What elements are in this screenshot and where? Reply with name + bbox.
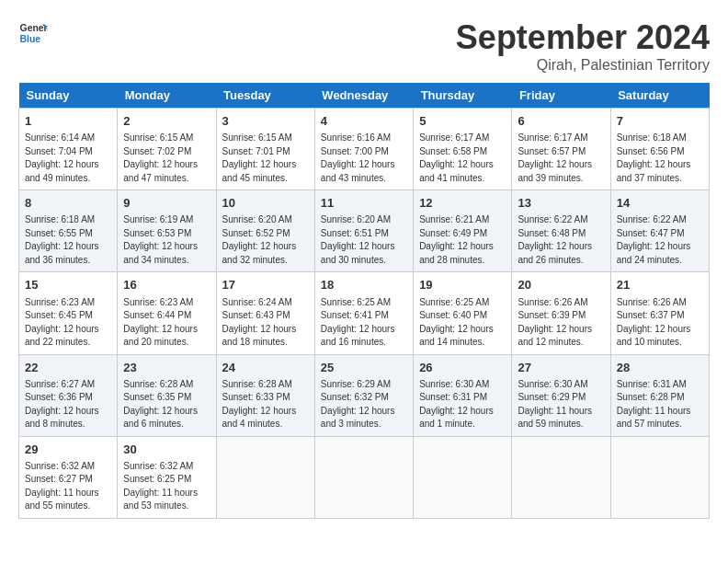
weekday-header-sunday: Sunday — [19, 83, 118, 109]
day-info: Sunrise: 6:32 AM Sunset: 6:27 PM Dayligh… — [25, 460, 111, 513]
day-number: 10 — [222, 195, 309, 212]
calendar-cell: 23Sunrise: 6:28 AM Sunset: 6:35 PM Dayli… — [118, 354, 216, 436]
calendar-week-row: 15Sunrise: 6:23 AM Sunset: 6:45 PM Dayli… — [19, 272, 710, 354]
svg-text:Blue: Blue — [20, 34, 41, 44]
calendar-cell: 17Sunrise: 6:24 AM Sunset: 6:43 PM Dayli… — [216, 272, 314, 354]
day-info: Sunrise: 6:31 AM Sunset: 6:28 PM Dayligh… — [617, 378, 703, 431]
day-number: 25 — [321, 360, 407, 376]
calendar-cell: 3Sunrise: 6:15 AM Sunset: 7:01 PM Daylig… — [216, 109, 314, 190]
calendar-cell: 14Sunrise: 6:22 AM Sunset: 6:47 PM Dayli… — [610, 190, 709, 272]
day-info: Sunrise: 6:15 AM Sunset: 7:01 PM Dayligh… — [222, 132, 309, 185]
calendar-cell: 18Sunrise: 6:25 AM Sunset: 6:41 PM Dayli… — [314, 272, 413, 354]
calendar-week-row: 1Sunrise: 6:14 AM Sunset: 7:04 PM Daylig… — [19, 109, 710, 190]
weekday-header-tuesday: Tuesday — [216, 83, 314, 109]
day-info: Sunrise: 6:26 AM Sunset: 6:37 PM Dayligh… — [617, 296, 703, 350]
day-number: 13 — [518, 195, 604, 212]
day-number: 12 — [419, 195, 506, 212]
day-info: Sunrise: 6:23 AM Sunset: 6:44 PM Dayligh… — [123, 296, 210, 350]
day-number: 15 — [25, 277, 111, 293]
day-number: 16 — [123, 277, 210, 293]
day-number: 30 — [123, 442, 210, 458]
day-number: 2 — [123, 113, 210, 130]
day-info: Sunrise: 6:23 AM Sunset: 6:45 PM Dayligh… — [25, 296, 111, 350]
calendar-cell: 22Sunrise: 6:27 AM Sunset: 6:36 PM Dayli… — [19, 354, 118, 436]
day-info: Sunrise: 6:27 AM Sunset: 6:36 PM Dayligh… — [25, 378, 111, 431]
day-info: Sunrise: 6:17 AM Sunset: 6:57 PM Dayligh… — [518, 132, 604, 185]
day-info: Sunrise: 6:15 AM Sunset: 7:02 PM Dayligh… — [123, 132, 210, 185]
logo: General Blue — [18, 18, 48, 48]
day-number: 6 — [518, 113, 604, 130]
weekday-header-monday: Monday — [118, 83, 216, 109]
weekday-header-thursday: Thursday — [414, 83, 512, 109]
calendar-cell: 28Sunrise: 6:31 AM Sunset: 6:28 PM Dayli… — [610, 354, 709, 436]
calendar-cell: 21Sunrise: 6:26 AM Sunset: 6:37 PM Dayli… — [610, 272, 709, 354]
calendar-cell — [414, 436, 512, 518]
weekday-header-saturday: Saturday — [610, 83, 709, 109]
day-number: 4 — [321, 113, 407, 130]
calendar-table: SundayMondayTuesdayWednesdayThursdayFrid… — [18, 83, 710, 519]
day-number: 9 — [123, 195, 210, 212]
calendar-cell — [216, 436, 314, 518]
weekday-header-wednesday: Wednesday — [314, 83, 413, 109]
day-info: Sunrise: 6:25 AM Sunset: 6:41 PM Dayligh… — [321, 296, 407, 350]
day-info: Sunrise: 6:30 AM Sunset: 6:31 PM Dayligh… — [419, 378, 506, 431]
day-info: Sunrise: 6:26 AM Sunset: 6:39 PM Dayligh… — [518, 296, 604, 350]
calendar-cell: 8Sunrise: 6:18 AM Sunset: 6:55 PM Daylig… — [19, 190, 118, 272]
calendar-cell: 27Sunrise: 6:30 AM Sunset: 6:29 PM Dayli… — [512, 354, 610, 436]
title-block: September 2024 Qirah, Palestinian Territ… — [456, 18, 710, 74]
day-info: Sunrise: 6:22 AM Sunset: 6:48 PM Dayligh… — [518, 213, 604, 267]
calendar-cell: 25Sunrise: 6:29 AM Sunset: 6:32 PM Dayli… — [314, 354, 413, 436]
calendar-cell: 6Sunrise: 6:17 AM Sunset: 6:57 PM Daylig… — [512, 109, 610, 190]
logo-icon: General Blue — [18, 18, 48, 48]
day-info: Sunrise: 6:25 AM Sunset: 6:40 PM Dayligh… — [419, 296, 506, 350]
day-number: 19 — [419, 277, 506, 293]
day-number: 28 — [617, 360, 703, 376]
day-number: 7 — [617, 113, 703, 130]
day-number: 18 — [321, 277, 407, 293]
day-info: Sunrise: 6:20 AM Sunset: 6:51 PM Dayligh… — [321, 213, 407, 267]
day-info: Sunrise: 6:19 AM Sunset: 6:53 PM Dayligh… — [123, 213, 210, 267]
day-info: Sunrise: 6:30 AM Sunset: 6:29 PM Dayligh… — [518, 378, 604, 431]
month-title: September 2024 — [456, 18, 710, 57]
day-number: 21 — [617, 277, 703, 293]
calendar-cell: 24Sunrise: 6:28 AM Sunset: 6:33 PM Dayli… — [216, 354, 314, 436]
day-info: Sunrise: 6:20 AM Sunset: 6:52 PM Dayligh… — [222, 213, 309, 267]
day-info: Sunrise: 6:22 AM Sunset: 6:47 PM Dayligh… — [617, 213, 703, 267]
day-number: 5 — [419, 113, 506, 130]
weekday-header-friday: Friday — [512, 83, 610, 109]
calendar-cell: 4Sunrise: 6:16 AM Sunset: 7:00 PM Daylig… — [314, 109, 413, 190]
day-number: 1 — [25, 113, 111, 130]
calendar-cell: 20Sunrise: 6:26 AM Sunset: 6:39 PM Dayli… — [512, 272, 610, 354]
calendar-cell: 2Sunrise: 6:15 AM Sunset: 7:02 PM Daylig… — [118, 109, 216, 190]
day-info: Sunrise: 6:24 AM Sunset: 6:43 PM Dayligh… — [222, 296, 309, 350]
day-info: Sunrise: 6:29 AM Sunset: 6:32 PM Dayligh… — [321, 378, 407, 431]
day-info: Sunrise: 6:32 AM Sunset: 6:25 PM Dayligh… — [123, 460, 210, 513]
calendar-week-row: 22Sunrise: 6:27 AM Sunset: 6:36 PM Dayli… — [19, 354, 710, 436]
calendar-cell: 19Sunrise: 6:25 AM Sunset: 6:40 PM Dayli… — [414, 272, 512, 354]
day-info: Sunrise: 6:14 AM Sunset: 7:04 PM Dayligh… — [25, 132, 111, 185]
calendar-cell: 26Sunrise: 6:30 AM Sunset: 6:31 PM Dayli… — [414, 354, 512, 436]
calendar-cell: 30Sunrise: 6:32 AM Sunset: 6:25 PM Dayli… — [118, 436, 216, 518]
day-info: Sunrise: 6:18 AM Sunset: 6:55 PM Dayligh… — [25, 213, 111, 267]
calendar-week-row: 8Sunrise: 6:18 AM Sunset: 6:55 PM Daylig… — [19, 190, 710, 272]
day-info: Sunrise: 6:28 AM Sunset: 6:33 PM Dayligh… — [222, 378, 309, 431]
calendar-cell: 16Sunrise: 6:23 AM Sunset: 6:44 PM Dayli… — [118, 272, 216, 354]
calendar-cell: 15Sunrise: 6:23 AM Sunset: 6:45 PM Dayli… — [19, 272, 118, 354]
day-number: 17 — [222, 277, 309, 293]
weekday-header-row: SundayMondayTuesdayWednesdayThursdayFrid… — [19, 83, 710, 109]
day-info: Sunrise: 6:18 AM Sunset: 6:56 PM Dayligh… — [617, 132, 703, 185]
calendar-cell: 1Sunrise: 6:14 AM Sunset: 7:04 PM Daylig… — [19, 109, 118, 190]
day-number: 8 — [25, 195, 111, 212]
day-number: 14 — [617, 195, 703, 212]
day-number: 11 — [321, 195, 407, 212]
calendar-cell: 10Sunrise: 6:20 AM Sunset: 6:52 PM Dayli… — [216, 190, 314, 272]
day-info: Sunrise: 6:17 AM Sunset: 6:58 PM Dayligh… — [419, 132, 506, 185]
day-number: 22 — [25, 360, 111, 376]
day-number: 26 — [419, 360, 506, 376]
calendar-cell: 12Sunrise: 6:21 AM Sunset: 6:49 PM Dayli… — [414, 190, 512, 272]
day-number: 23 — [123, 360, 210, 376]
day-number: 27 — [518, 360, 604, 376]
calendar-week-row: 29Sunrise: 6:32 AM Sunset: 6:27 PM Dayli… — [19, 436, 710, 518]
calendar-cell: 9Sunrise: 6:19 AM Sunset: 6:53 PM Daylig… — [118, 190, 216, 272]
day-number: 24 — [222, 360, 309, 376]
